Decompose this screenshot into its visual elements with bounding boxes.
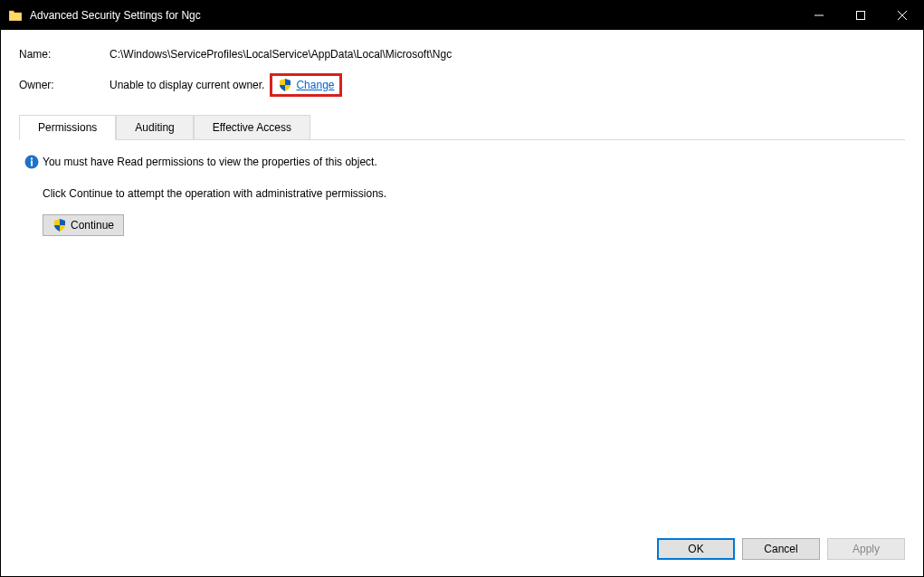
owner-value-wrap: Unable to display current owner. Change bbox=[110, 73, 342, 97]
warning-text: You must have Read permissions to view t… bbox=[43, 156, 377, 168]
owner-value: Unable to display current owner. bbox=[110, 79, 264, 91]
instruction-text: Click Continue to attempt the operation … bbox=[43, 187, 900, 200]
tab-content: You must have Read permissions to view t… bbox=[19, 140, 905, 527]
window-frame: Advanced Security Settings for Ngc Name:… bbox=[0, 0, 924, 577]
info-icon bbox=[24, 155, 39, 169]
change-highlight: Change bbox=[270, 73, 342, 97]
tab-strip: Permissions Auditing Effective Access bbox=[19, 115, 905, 140]
change-owner-link[interactable]: Change bbox=[296, 79, 334, 91]
tab-auditing[interactable]: Auditing bbox=[116, 115, 193, 139]
owner-label: Owner: bbox=[19, 79, 110, 91]
content-area: Name: C:\Windows\ServiceProfiles\LocalSe… bbox=[1, 30, 923, 527]
tab-permissions[interactable]: Permissions bbox=[19, 115, 116, 140]
minimize-button[interactable] bbox=[798, 1, 840, 30]
cancel-button[interactable]: Cancel bbox=[742, 538, 820, 560]
maximize-button[interactable] bbox=[840, 1, 881, 30]
svg-rect-5 bbox=[31, 158, 33, 160]
apply-button[interactable]: Apply bbox=[827, 538, 905, 560]
name-label: Name: bbox=[19, 48, 110, 61]
titlebar: Advanced Security Settings for Ngc bbox=[1, 1, 923, 30]
dialog-footer: OK Cancel Apply bbox=[1, 527, 923, 576]
warning-line: You must have Read permissions to view t… bbox=[24, 155, 900, 169]
tab-effective-access[interactable]: Effective Access bbox=[194, 115, 310, 139]
svg-rect-6 bbox=[31, 161, 33, 166]
folder-icon bbox=[8, 8, 23, 23]
owner-row: Owner: Unable to display current owner. … bbox=[19, 73, 905, 97]
ok-button[interactable]: OK bbox=[657, 538, 735, 560]
close-button[interactable] bbox=[881, 1, 923, 30]
continue-button[interactable]: Continue bbox=[43, 214, 124, 236]
window-title: Advanced Security Settings for Ngc bbox=[30, 9, 798, 22]
window-controls bbox=[798, 1, 923, 30]
svg-rect-1 bbox=[857, 12, 865, 20]
shield-icon bbox=[278, 78, 292, 92]
shield-icon bbox=[52, 218, 67, 232]
name-value: C:\Windows\ServiceProfiles\LocalService\… bbox=[110, 48, 452, 61]
name-row: Name: C:\Windows\ServiceProfiles\LocalSe… bbox=[19, 48, 905, 61]
continue-label: Continue bbox=[71, 219, 114, 232]
